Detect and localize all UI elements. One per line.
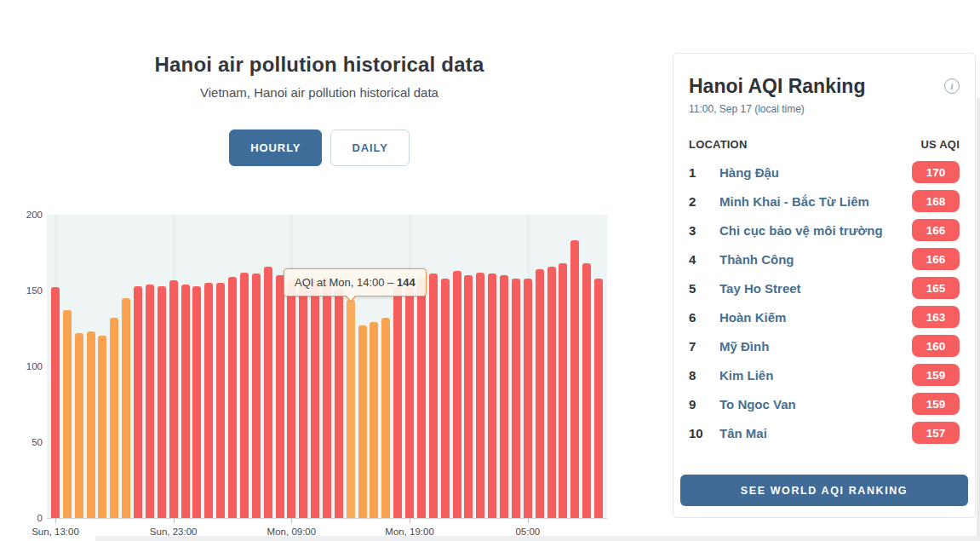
aqi-bar[interactable]: [476, 273, 484, 518]
page-subtitle: Vietnam, Hanoi air pollution historical …: [26, 85, 613, 100]
aqi-bar[interactable]: [381, 318, 390, 518]
aqi-bar[interactable]: [570, 240, 579, 518]
station-link[interactable]: Kim Liên: [719, 368, 912, 383]
rank-number: 4: [689, 252, 719, 267]
aqi-bar[interactable]: [228, 277, 237, 518]
aqi-bar[interactable]: [204, 283, 213, 518]
aqi-bar[interactable]: [169, 280, 178, 518]
ranking-row: 6Hoàn Kiếm163: [689, 302, 960, 331]
station-link[interactable]: Tay Ho Street: [719, 281, 912, 296]
ranking-row: 5Tay Ho Street165: [689, 273, 960, 302]
aqi-badge[interactable]: 157: [912, 422, 960, 444]
aqi-bar[interactable]: [547, 267, 556, 518]
ranking-rows: 1Hàng Đậu1702Minh Khai - Bắc Từ Liêm1683…: [673, 151, 975, 447]
aqi-bar[interactable]: [453, 271, 461, 518]
aqi-badge[interactable]: 170: [912, 161, 960, 183]
info-icon[interactable]: i: [944, 78, 960, 94]
aqi-bar[interactable]: [441, 279, 450, 518]
aqi-bar[interactable]: [417, 279, 426, 518]
ranking-row: 10Tân Mai157: [689, 418, 960, 447]
aqi-bar[interactable]: [158, 286, 166, 518]
aqi-bar[interactable]: [311, 281, 319, 518]
rank-number: 1: [689, 165, 719, 180]
aqi-badge[interactable]: 159: [912, 364, 960, 386]
aqi-bar[interactable]: [110, 318, 118, 518]
aqi-bar[interactable]: [559, 263, 567, 518]
chart-tooltip: AQI at Mon, 14:00 – 144: [284, 268, 427, 296]
aqi-bar[interactable]: [370, 322, 378, 518]
x-axis-tick: [174, 518, 175, 523]
ranking-row: 9To Ngoc Van159: [689, 389, 960, 418]
ranking-card: Hanoi AQI Ranking i 11:00, Sep 17 (local…: [673, 53, 976, 518]
aqi-badge[interactable]: 165: [912, 277, 960, 299]
station-link[interactable]: Minh Khai - Bắc Từ Liêm: [719, 194, 912, 209]
aqi-bar[interactable]: [393, 287, 402, 518]
aqi-badge[interactable]: 168: [912, 190, 960, 212]
station-link[interactable]: Thành Công: [719, 252, 912, 267]
ranking-row: 3Chi cục bảo vệ môi trường166: [689, 216, 960, 245]
aqi-bar[interactable]: [405, 287, 414, 518]
aqi-bar[interactable]: [582, 263, 591, 518]
ranking-row: 4Thành Công166: [689, 245, 960, 273]
aqi-bar[interactable]: [252, 273, 261, 518]
station-link[interactable]: Hoàn Kiếm: [719, 310, 912, 325]
aqi-bar[interactable]: [122, 298, 130, 518]
page: Hanoi air pollution historical data Viet…: [0, 0, 980, 541]
aqi-bar[interactable]: [98, 336, 106, 518]
aqi-bar[interactable]: [134, 286, 142, 518]
aqi-bar[interactable]: [429, 273, 438, 518]
y-axis-label: 150: [24, 285, 43, 296]
y-axis-label: 50: [24, 437, 43, 447]
aqi-bar[interactable]: [524, 279, 532, 518]
hourly-button[interactable]: HOURLY: [229, 129, 322, 166]
aqi-bar[interactable]: [51, 287, 60, 518]
aqi-bar[interactable]: [347, 300, 355, 518]
station-link[interactable]: Chi cục bảo vệ môi trường: [719, 223, 912, 238]
aqi-bar[interactable]: [500, 275, 508, 518]
ranking-row: 1Hàng Đậu170: [689, 158, 960, 187]
ranking-title: Hanoi AQI Ranking: [689, 75, 865, 98]
aqi-bar[interactable]: [87, 331, 95, 518]
aqi-bar[interactable]: [181, 285, 190, 518]
daily-button[interactable]: DAILY: [330, 129, 409, 166]
aqi-bar[interactable]: [240, 273, 249, 518]
y-axis-label: 100: [24, 361, 43, 371]
aqi-bar[interactable]: [594, 279, 603, 518]
station-link[interactable]: Mỹ Đình: [719, 339, 912, 354]
aqi-bar[interactable]: [512, 279, 520, 518]
x-axis-line: [47, 518, 607, 519]
aqi-bar[interactable]: [488, 273, 496, 518]
station-link[interactable]: To Ngoc Van: [719, 397, 912, 412]
aqi-bar[interactable]: [323, 279, 331, 518]
tooltip-label: AQI at Mon, 14:00 –: [295, 276, 393, 289]
aqi-bar[interactable]: [299, 279, 307, 518]
aqi-badge[interactable]: 166: [912, 248, 960, 270]
aqi-bar[interactable]: [192, 286, 201, 518]
aqi-badge[interactable]: 166: [912, 219, 960, 241]
aqi-bar[interactable]: [358, 325, 367, 518]
x-axis-tick: [410, 518, 410, 523]
station-link[interactable]: Tân Mai: [719, 426, 912, 440]
aqi-bar[interactable]: [464, 275, 473, 518]
aqi-badge[interactable]: 163: [912, 306, 960, 328]
aqi-badge[interactable]: 160: [912, 335, 960, 357]
aqi-bar[interactable]: [335, 289, 343, 518]
ranking-row: 7Mỹ Đình160: [689, 331, 960, 360]
aqi-bar[interactable]: [63, 310, 72, 518]
station-link[interactable]: Hàng Đậu: [719, 165, 912, 180]
aqi-bar[interactable]: [276, 275, 284, 518]
chart-plot-area[interactable]: AQI at Mon, 14:00 – 144: [47, 215, 607, 518]
aqi-bar[interactable]: [536, 269, 544, 518]
x-axis-label: Sun, 13:00: [32, 527, 79, 537]
page-title: Hanoi air pollution historical data: [26, 53, 613, 77]
aqi-bar[interactable]: [216, 283, 225, 518]
aqi-bar[interactable]: [264, 267, 272, 518]
see-world-aqi-ranking-button[interactable]: SEE WORLD AQI RANKING: [680, 475, 968, 506]
aqi-bar[interactable]: [287, 280, 295, 518]
rank-number: 3: [689, 223, 719, 238]
aqi-bar[interactable]: [75, 333, 83, 518]
rank-number: 2: [689, 194, 719, 209]
aqi-badge[interactable]: 159: [912, 393, 960, 415]
aqi-bar[interactable]: [146, 285, 154, 518]
column-location: LOCATION: [689, 138, 748, 151]
